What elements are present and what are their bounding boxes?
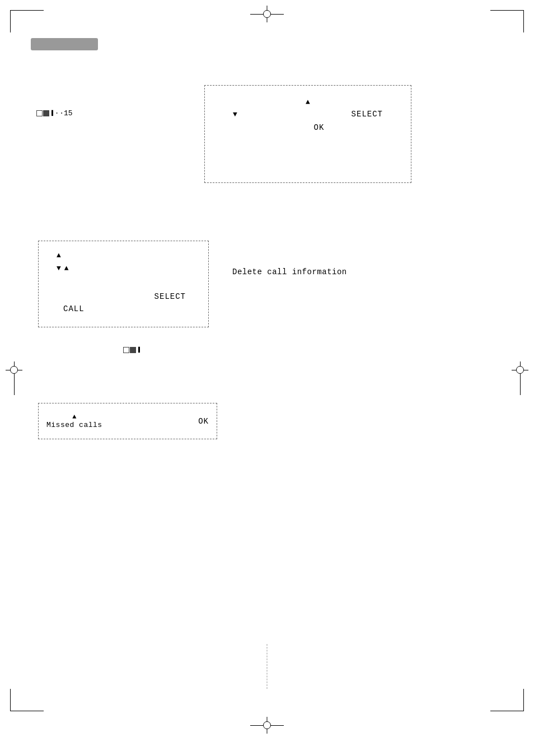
mc-left: ▲ Missed calls [46,413,102,429]
mc-arrow-up: ▲ [72,413,76,421]
number-15: ·15 [59,109,72,118]
bl-arrows-row: ▼ ▲ [57,264,69,273]
signal-bars-icon: ▐ [50,110,53,116]
tr-box-inner: ▲ ▼ SELECT OK [216,91,400,177]
alarm-icon-mid [130,347,136,353]
delete-call-info: Delete call information [232,267,347,276]
bl-arrow-up: ▲ [57,251,61,260]
tr-row-up: ▲ [216,98,400,106]
crosshair-left [6,361,22,395]
bl-arrow-up2: ▲ [64,264,69,273]
label-bar [31,38,98,50]
select-call-box: ▲ ▼ ▲ SELECT CALL [38,241,209,327]
arrow-up-icon: ▲ [306,98,310,106]
mc-ok-label: OK [198,417,209,426]
signal-icon-mid: ▐ [137,347,140,353]
icon-strip-top: ▐ · ·15 [36,109,73,118]
missed-calls-box: ▲ Missed calls OK [38,403,217,439]
crosshair-bottom [250,717,284,734]
crosshair-top [250,6,284,22]
icon-strip-mid: ▐ [123,347,140,353]
select-label: SELECT [352,110,383,119]
ok-label: OK [314,123,325,132]
icon-row-top: ▐ · ·15 [36,109,73,118]
border-left-top [10,10,11,32]
alarm-icon [43,110,49,116]
top-right-nav-box: ▲ ▼ SELECT OK [204,85,411,183]
phone-icon [36,110,43,116]
tr-row-select: ▼ SELECT [216,110,400,119]
tr-row-ok: OK [216,121,400,132]
phone-icon-mid [123,347,129,353]
border-right-top [523,10,524,32]
border-top-left [10,10,44,11]
border-top-right [490,10,524,11]
crosshair-right [512,361,528,395]
border-right-bottom [523,689,524,711]
icon-row-mid: ▐ [123,347,140,353]
arrow-down-icon: ▼ [233,110,237,119]
dot-separator: · [55,110,59,118]
bl-call-label: CALL [63,304,85,313]
border-left-bottom [10,689,11,711]
dashed-vertical-line [267,644,268,689]
border-bottom-right [490,711,524,711]
bl-box-inner: ▲ ▼ ▲ SELECT CALL [50,247,197,321]
border-bottom-left [10,711,44,711]
bl-select-label: SELECT [154,292,186,301]
bl-arrow-down: ▼ [57,264,61,273]
missed-calls-label: Missed calls [46,421,102,429]
